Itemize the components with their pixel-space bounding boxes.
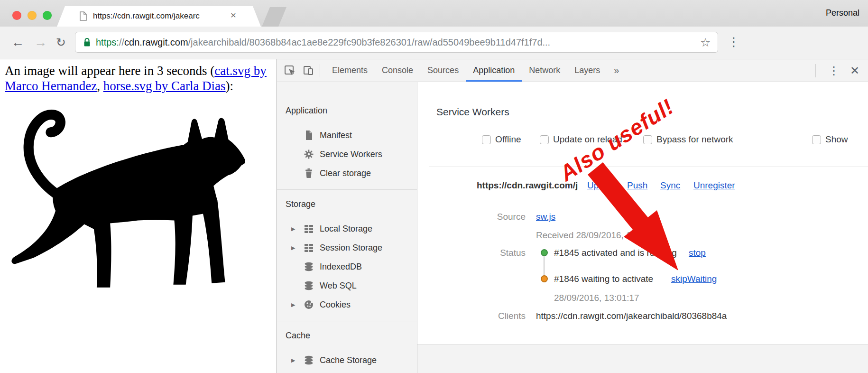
reload-button[interactable]: ↻ <box>56 33 66 51</box>
tab-console[interactable]: Console <box>375 60 420 82</box>
horse-svg-link[interactable]: horse.svg by Carla Dias <box>103 79 226 93</box>
disclosure-triangle-icon[interactable]: ▶ <box>291 357 304 364</box>
sidebar-item-label: Cache Storage <box>320 355 377 365</box>
document-icon <box>304 130 314 140</box>
devtools-toolbar: Elements Console Sources Application Net… <box>277 59 868 82</box>
title-bar: https://cdn.rawgit.com/jakearc × Persona… <box>0 0 868 27</box>
offline-label: Offline <box>495 134 521 145</box>
page-comma-text: , <box>97 79 103 93</box>
url-host: cdn.rawgit.com <box>124 37 188 48</box>
disclosure-triangle-icon[interactable]: ▶ <box>291 245 304 251</box>
sidebar-header-application: Application <box>277 106 417 119</box>
sidebar-item-label: Clear storage <box>320 168 371 178</box>
sidebar-item-label: Manifest <box>320 131 352 140</box>
tab-application[interactable]: Application <box>466 60 522 82</box>
inspect-element-icon[interactable] <box>284 65 296 77</box>
window-minimize-button[interactable] <box>28 11 37 20</box>
status-waiting-text: #1846 waiting to activate <box>554 274 653 284</box>
sidebar-item-web-sql[interactable]: Web SQL <box>277 276 417 295</box>
database-icon <box>304 280 314 291</box>
sidebar-item-cookies[interactable]: ▶ Cookies <box>277 295 417 314</box>
status-label: Status <box>450 248 526 258</box>
devtools-sidebar: Application Manifest <box>277 82 417 373</box>
cookie-icon <box>304 299 314 310</box>
tab-sources[interactable]: Sources <box>420 60 466 82</box>
unregister-link[interactable]: Unregister <box>693 180 735 191</box>
panel-divider <box>429 167 868 167</box>
new-tab-button[interactable] <box>262 7 286 27</box>
tab-layers[interactable]: Layers <box>567 60 607 82</box>
push-link[interactable]: Push <box>627 180 647 191</box>
status-waiting-dot <box>541 275 548 282</box>
skip-waiting-link[interactable]: skipWaiting <box>671 274 717 284</box>
source-label: Source <box>450 212 526 222</box>
show-label: Show <box>825 134 848 145</box>
panel-title: Service Workers <box>436 106 509 118</box>
bypass-for-network-label: Bypass for network <box>656 134 733 145</box>
status-active-text: #1845 activated and is running <box>554 248 677 258</box>
page-favicon-icon <box>78 11 88 21</box>
window-close-button[interactable] <box>12 11 21 20</box>
more-tabs-chevron-icon[interactable]: » <box>607 65 626 76</box>
source-file-link[interactable]: sw.js <box>536 212 555 222</box>
sidebar-item-label: Local Storage <box>320 224 372 234</box>
profile-label[interactable]: Personal <box>826 8 859 18</box>
sidebar-item-local-storage[interactable]: ▶ Local Storage <box>277 219 417 238</box>
devtools-panel: Elements Console Sources Application Net… <box>277 59 868 373</box>
update-link[interactable]: Update <box>587 180 616 191</box>
sidebar-item-session-storage[interactable]: ▶ Session Storage <box>277 238 417 257</box>
bookmark-star-icon[interactable]: ☆ <box>700 36 711 49</box>
sidebar-item-label: IndexedDB <box>320 262 362 272</box>
browser-menu-icon[interactable]: ⋮ <box>728 35 740 49</box>
update-on-reload-checkbox[interactable] <box>540 135 549 144</box>
show-checkbox[interactable] <box>812 135 821 144</box>
sidebar-item-label: Cookies <box>320 300 351 310</box>
devtools-close-icon[interactable]: ✕ <box>847 64 868 77</box>
tab-close-icon[interactable]: × <box>231 9 236 21</box>
sidebar-section-application: Application Manifest <box>277 82 417 183</box>
tab-elements[interactable]: Elements <box>325 60 375 82</box>
address-bar: ← → ↻ https://cdn.rawgit.com/jakearchiba… <box>0 27 868 59</box>
browser-window: https://cdn.rawgit.com/jakearc × Persona… <box>0 0 868 373</box>
database-icon <box>304 355 314 365</box>
disclosure-triangle-icon[interactable]: ▶ <box>291 302 304 308</box>
url-field[interactable]: https://cdn.rawgit.com/jakearchibald/803… <box>75 32 718 53</box>
window-zoom-button[interactable] <box>43 11 52 20</box>
forward-button[interactable]: → <box>34 33 47 51</box>
url-slashes: // <box>119 37 124 48</box>
offline-checkbox[interactable] <box>482 135 491 144</box>
https-lock-icon <box>83 37 91 47</box>
table-icon <box>304 242 314 253</box>
page-intro-text: An image will appear here in 3 seconds ( <box>5 64 214 78</box>
sidebar-item-label: Session Storage <box>320 243 382 253</box>
device-toolbar-icon[interactable] <box>303 65 315 77</box>
sidebar-header-storage: Storage <box>277 199 417 213</box>
url-path: /jakearchibald/80368b84ac1ae8e229fc90b3f… <box>188 37 551 48</box>
sidebar-item-clear-storage[interactable]: Clear storage <box>277 164 417 183</box>
sidebar-item-label: Service Workers <box>320 149 382 159</box>
browser-tab[interactable]: https://cdn.rawgit.com/jakearc × <box>57 6 261 27</box>
status-active-dot <box>541 249 548 256</box>
show-checkbox-group: Show <box>812 134 848 145</box>
sidebar-item-service-workers[interactable]: Service Workers <box>277 145 417 164</box>
offline-checkbox-group: Offline <box>482 134 521 145</box>
devtools-menu-icon[interactable]: ⋮ <box>821 64 847 77</box>
clients-row: https://cdn.rawgit.com/jakearchibald/803… <box>536 311 868 321</box>
sidebar-item-manifest[interactable]: Manifest <box>277 126 417 145</box>
sidebar-item-cache-storage[interactable]: ▶ Cache Storage <box>277 351 417 370</box>
tab-network[interactable]: Network <box>522 60 567 82</box>
sidebar-item-indexeddb[interactable]: IndexedDB <box>277 257 417 276</box>
waiting-timestamp: 28/09/2016, 13:01:17 <box>554 293 639 303</box>
table-icon <box>304 224 314 234</box>
bypass-for-network-checkbox-group: Bypass for network <box>643 134 733 145</box>
gear-icon <box>304 149 314 159</box>
disclosure-triangle-icon[interactable]: ▶ <box>291 226 304 232</box>
sidebar-item-label: Web SQL <box>320 281 357 291</box>
back-button[interactable]: ← <box>11 33 24 51</box>
sidebar-section-storage: Storage ▶ Local Storage ▶ Se <box>277 190 417 314</box>
sidebar-header-cache: Cache <box>277 331 417 344</box>
received-timestamp: Received 28/09/2016, 13:01:11 <box>536 230 661 241</box>
sync-link[interactable]: Sync <box>660 180 680 191</box>
stop-link[interactable]: stop <box>689 248 706 258</box>
toolbar-separator <box>815 64 816 77</box>
